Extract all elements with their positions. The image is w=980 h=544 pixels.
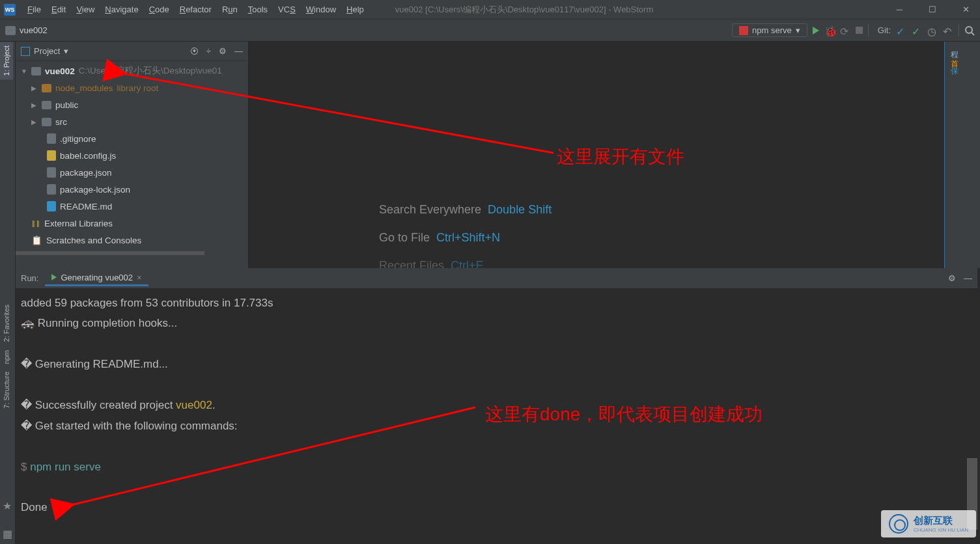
chevron-right-icon[interactable]: ▶: [31, 102, 38, 109]
console-line: � Successfully created project vue002.: [21, 395, 972, 415]
menu-run[interactable]: Run: [217, 5, 243, 14]
minimize-icon[interactable]: ─: [890, 5, 909, 14]
gutter-label2[interactable]: 首: [945, 49, 964, 57]
tree-external-libs[interactable]: ⫿⫿ External Libraries: [16, 215, 248, 232]
tree-node-modules[interactable]: ▶ node_modules library root: [16, 79, 248, 96]
breadcrumb[interactable]: vue002: [5, 25, 48, 35]
svg-point-0: [966, 27, 972, 33]
project-pane: Project ▾ ⦿ ÷ ⚙ — ▼ vue002 C:\Users\编程小石…: [16, 42, 249, 268]
navbar: vue002 npm serve ▾ 🐞 ⟳ Git: ✓ ✓ ◷ ↶: [0, 20, 980, 42]
tree-src[interactable]: ▶ src: [16, 113, 248, 130]
tree-root[interactable]: ▼ vue002 C:\Users\编程小石头\Desktop\vue01: [16, 62, 248, 79]
git-update-icon[interactable]: ✓: [896, 25, 906, 36]
run-config-label: npm serve: [752, 25, 792, 35]
run-header: Run: Generating vue002 × ⚙ —: [16, 268, 977, 289]
project-view-select[interactable]: Project ▾: [21, 46, 68, 56]
favorite-star-icon[interactable]: ★: [3, 500, 12, 512]
tab-structure[interactable]: 7: Structure: [0, 368, 13, 413]
run-label: Run:: [21, 273, 38, 283]
chevron-down-icon: ▾: [796, 25, 800, 35]
chevron-right-icon[interactable]: ▶: [31, 118, 38, 126]
watermark-logo-icon: [889, 514, 908, 534]
editor-empty: Search Everywhere Double Shift Go to Fil…: [249, 42, 944, 268]
run-tool-window: Run: Generating vue002 × ⚙ — added 59 pa…: [16, 268, 977, 544]
git-history-icon[interactable]: ◷: [927, 25, 938, 36]
stop-button[interactable]: [856, 27, 863, 34]
breadcrumb-text: vue002: [20, 25, 48, 35]
window-title: vue002 [C:\Users\编程小石头\Desktop\vue0117\v…: [395, 4, 653, 16]
tip-gotofile: Go to File Ctrl+Shift+N: [379, 231, 944, 245]
console-line: added 59 packages from 53 contributors i…: [21, 293, 972, 313]
js-file-icon: [47, 150, 56, 161]
tree-public[interactable]: ▶ public: [16, 96, 248, 113]
search-icon[interactable]: [964, 25, 975, 36]
close-icon[interactable]: ✕: [956, 5, 976, 14]
console-line: [21, 334, 972, 354]
scratch-icon: 📋: [31, 235, 42, 245]
tab-project[interactable]: 1: Project: [0, 42, 13, 79]
watermark-brand: 创新互联: [914, 515, 968, 527]
folder-icon: [42, 118, 51, 126]
folder-icon: [31, 67, 41, 75]
menu-window[interactable]: Window: [301, 5, 341, 14]
library-icon: ⫿⫿: [31, 219, 40, 228]
json-file-icon: [47, 167, 56, 178]
right-gutter: 程 首 保: [944, 42, 980, 268]
git-commit-icon[interactable]: ✓: [912, 25, 922, 36]
console-output[interactable]: added 59 packages from 53 contributors i…: [16, 289, 977, 544]
minus-icon[interactable]: —: [964, 273, 972, 283]
watermark: 创新互联 CHUANG XIN HU LIAN: [881, 510, 976, 537]
gear-icon[interactable]: ⚙: [948, 273, 956, 283]
hide-icon[interactable]: —: [234, 46, 243, 56]
folder-icon: [5, 26, 16, 35]
menu-vcs[interactable]: VCS: [273, 5, 301, 14]
menu-help[interactable]: Help: [341, 5, 369, 14]
npm-icon: [739, 26, 748, 35]
expand-icon[interactable]: ÷: [206, 46, 211, 56]
git-revert-icon[interactable]: ↶: [943, 25, 953, 36]
gutter-label[interactable]: 程: [945, 42, 964, 49]
locate-icon[interactable]: ⦿: [190, 46, 199, 56]
console-line: 🚓 Running completion hooks...: [21, 313, 972, 333]
tree-gitignore[interactable]: .gitignore: [16, 130, 248, 147]
console-line: [21, 477, 972, 497]
tree-scrollbar[interactable]: [16, 251, 204, 255]
run-button[interactable]: [813, 27, 819, 34]
console-line: [21, 375, 972, 395]
menu-tools[interactable]: Tools: [243, 5, 273, 14]
console-line: � Generating README.md...: [21, 354, 972, 374]
folder-icon: [42, 84, 51, 92]
run-config-selector[interactable]: npm serve ▾: [732, 23, 807, 37]
menu-navigate[interactable]: Navigate: [100, 5, 143, 14]
tree-scratches[interactable]: 📋 Scratches and Consoles: [16, 232, 248, 249]
project-tree[interactable]: ▼ vue002 C:\Users\编程小石头\Desktop\vue01 ▶ …: [16, 61, 248, 268]
file-icon: [47, 133, 56, 144]
tree-babel[interactable]: babel.config.js: [16, 147, 248, 164]
menu-refactor[interactable]: Refactor: [175, 5, 217, 14]
project-header: Project ▾ ⦿ ÷ ⚙ —: [16, 42, 248, 61]
chevron-down-icon[interactable]: ▼: [21, 68, 27, 75]
close-tab-icon[interactable]: ×: [137, 273, 142, 282]
webstorm-logo-icon: WS: [4, 4, 16, 16]
run-tab[interactable]: Generating vue002 ×: [45, 271, 148, 286]
structure-icon[interactable]: ▦: [3, 528, 12, 540]
debug-button[interactable]: 🐞: [824, 25, 835, 36]
coverage-button[interactable]: ⟳: [840, 25, 850, 36]
menu-code[interactable]: Code: [144, 5, 175, 14]
tab-favorites[interactable]: 2: Favorites: [0, 301, 13, 346]
tab-npm[interactable]: npm: [0, 346, 13, 368]
menu-edit[interactable]: Edit: [46, 5, 71, 14]
tip-search: Search Everywhere Double Shift: [379, 203, 944, 217]
play-icon: [51, 274, 57, 280]
chevron-right-icon[interactable]: ▶: [31, 85, 38, 92]
maximize-icon[interactable]: ☐: [922, 5, 943, 14]
gutter-label3[interactable]: 保: [945, 57, 964, 65]
gear-icon[interactable]: ⚙: [219, 46, 227, 56]
svg-line-1: [972, 33, 974, 35]
menu-view[interactable]: View: [71, 5, 100, 14]
git-label: Git:: [878, 25, 891, 35]
tree-packagelock[interactable]: package-lock.json: [16, 181, 248, 198]
menu-file[interactable]: File: [22, 5, 46, 14]
tree-package[interactable]: package.json: [16, 164, 248, 181]
tree-readme[interactable]: README.md: [16, 198, 248, 215]
